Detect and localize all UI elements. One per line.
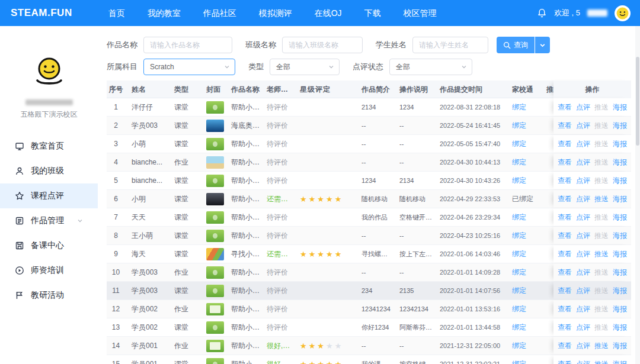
action-view[interactable]: 查看 xyxy=(558,304,572,314)
search-button[interactable]: 查询 xyxy=(497,37,535,53)
action-view[interactable]: 查看 xyxy=(558,286,572,296)
work-cover-thumbnail[interactable] xyxy=(206,175,224,187)
action-review[interactable]: 点评 xyxy=(576,268,590,278)
action-review[interactable]: 点评 xyxy=(576,359,590,364)
bind-link[interactable]: 绑定 xyxy=(512,231,526,240)
action-review[interactable]: 点评 xyxy=(576,249,590,259)
bind-link[interactable]: 绑定 xyxy=(512,342,526,350)
work-cover-thumbnail[interactable] xyxy=(206,248,224,260)
action-poster[interactable]: 海报 xyxy=(613,176,627,186)
nav-item-2[interactable]: 我的教室 xyxy=(136,0,192,26)
scrollbar-thumb[interactable] xyxy=(636,57,639,146)
bind-link[interactable]: 绑定 xyxy=(512,103,526,111)
work-cover-thumbnail[interactable] xyxy=(206,193,224,205)
work-cover-thumbnail[interactable] xyxy=(206,303,224,315)
action-poster[interactable]: 海报 xyxy=(613,268,627,278)
bind-link[interactable]: 绑定 xyxy=(512,323,526,331)
user-avatar[interactable] xyxy=(615,5,631,21)
nav-item-3[interactable]: 作品社区 xyxy=(192,0,248,26)
bind-link[interactable]: 绑定 xyxy=(512,360,526,364)
nav-item-5[interactable]: 在线OJ xyxy=(303,0,353,26)
action-review[interactable]: 点评 xyxy=(576,286,590,296)
work-cover-thumbnail[interactable] xyxy=(206,211,224,224)
bind-link[interactable]: 绑定 xyxy=(512,176,526,185)
nav-item-7[interactable]: 校区管理 xyxy=(392,0,448,26)
action-poster[interactable]: 海报 xyxy=(613,304,627,314)
bind-link[interactable]: 绑定 xyxy=(512,213,526,221)
action-review[interactable]: 点评 xyxy=(576,157,590,167)
bind-link[interactable]: 绑定 xyxy=(512,305,526,313)
bind-link[interactable]: 绑定 xyxy=(512,286,526,295)
type-select[interactable]: 全部 xyxy=(270,59,340,75)
action-poster[interactable]: 海报 xyxy=(613,286,627,296)
sidebar-item-works[interactable]: 作品管理 xyxy=(0,208,98,233)
action-review[interactable]: 点评 xyxy=(576,304,590,314)
action-view[interactable]: 查看 xyxy=(558,102,572,112)
notification-bell-icon[interactable] xyxy=(537,8,547,18)
work-cover-thumbnail[interactable] xyxy=(206,321,224,334)
action-view[interactable]: 查看 xyxy=(558,194,572,204)
action-view[interactable]: 查看 xyxy=(558,157,572,167)
sidebar-item-classes[interactable]: 我的班级 xyxy=(0,159,98,183)
work-name-input[interactable] xyxy=(143,37,232,53)
action-review[interactable]: 点评 xyxy=(576,341,590,351)
sidebar-item-review[interactable]: 课程点评 xyxy=(0,183,98,208)
action-review[interactable]: 点评 xyxy=(576,121,590,131)
action-poster[interactable]: 海报 xyxy=(613,359,627,364)
action-view[interactable]: 查看 xyxy=(558,341,572,351)
action-poster[interactable]: 海报 xyxy=(613,121,627,131)
bind-link[interactable]: 绑定 xyxy=(512,158,526,166)
action-review[interactable]: 点评 xyxy=(576,176,590,186)
action-review[interactable]: 点评 xyxy=(576,323,590,333)
action-poster[interactable]: 海报 xyxy=(613,341,627,351)
action-view[interactable]: 查看 xyxy=(558,176,572,186)
work-cover-thumbnail[interactable] xyxy=(206,101,224,114)
subject-select[interactable]: Scratch xyxy=(143,59,235,75)
search-dropdown-button[interactable] xyxy=(535,37,550,53)
action-review[interactable]: 点评 xyxy=(576,231,590,241)
work-cover-thumbnail[interactable] xyxy=(206,358,224,364)
sidebar-item-training[interactable]: 师资培训 xyxy=(0,258,98,283)
work-cover-thumbnail[interactable] xyxy=(206,340,224,352)
work-cover-thumbnail[interactable] xyxy=(206,138,224,150)
action-review[interactable]: 点评 xyxy=(576,194,590,204)
nav-item-1[interactable]: 首页 xyxy=(97,0,136,26)
action-view[interactable]: 查看 xyxy=(558,231,572,241)
bind-link[interactable]: 绑定 xyxy=(512,121,526,130)
sidebar-item-research[interactable]: 教研活动 xyxy=(0,283,98,308)
work-cover-thumbnail[interactable] xyxy=(206,156,224,169)
action-poster[interactable]: 海报 xyxy=(613,139,627,149)
action-push[interactable]: 推送 xyxy=(594,359,609,364)
class-name-input[interactable] xyxy=(282,37,363,53)
work-cover-thumbnail[interactable] xyxy=(206,120,224,132)
action-push[interactable]: 推送 xyxy=(594,341,609,351)
action-poster[interactable]: 海报 xyxy=(613,323,627,333)
sidebar-item-prep[interactable]: 备课中心 xyxy=(0,233,98,258)
action-view[interactable]: 查看 xyxy=(558,139,572,149)
action-push[interactable]: 推送 xyxy=(594,249,609,259)
work-cover-thumbnail[interactable] xyxy=(206,230,224,242)
review-status-select[interactable]: 全部 xyxy=(389,59,472,75)
student-name-input[interactable] xyxy=(412,37,488,53)
action-review[interactable]: 点评 xyxy=(576,139,590,149)
action-poster[interactable]: 海报 xyxy=(613,102,627,112)
action-view[interactable]: 查看 xyxy=(558,249,572,259)
action-review[interactable]: 点评 xyxy=(576,212,590,223)
action-view[interactable]: 查看 xyxy=(558,212,572,223)
action-review[interactable]: 点评 xyxy=(576,102,590,112)
action-view[interactable]: 查看 xyxy=(558,268,572,278)
bind-link[interactable]: 绑定 xyxy=(512,250,526,258)
action-poster[interactable]: 海报 xyxy=(613,212,627,223)
action-view[interactable]: 查看 xyxy=(558,323,572,333)
action-poster[interactable]: 海报 xyxy=(613,249,627,259)
action-poster[interactable]: 海报 xyxy=(613,157,627,167)
action-view[interactable]: 查看 xyxy=(558,359,572,364)
action-push[interactable]: 推送 xyxy=(594,194,609,204)
work-cover-thumbnail[interactable] xyxy=(206,266,224,279)
action-view[interactable]: 查看 xyxy=(558,121,572,131)
sidebar-item-home[interactable]: 教室首页 xyxy=(0,134,98,159)
bind-link[interactable]: 绑定 xyxy=(512,268,526,276)
action-poster[interactable]: 海报 xyxy=(613,194,627,204)
nav-item-4[interactable]: 模拟测评 xyxy=(248,0,303,26)
bind-link[interactable]: 绑定 xyxy=(512,140,526,148)
